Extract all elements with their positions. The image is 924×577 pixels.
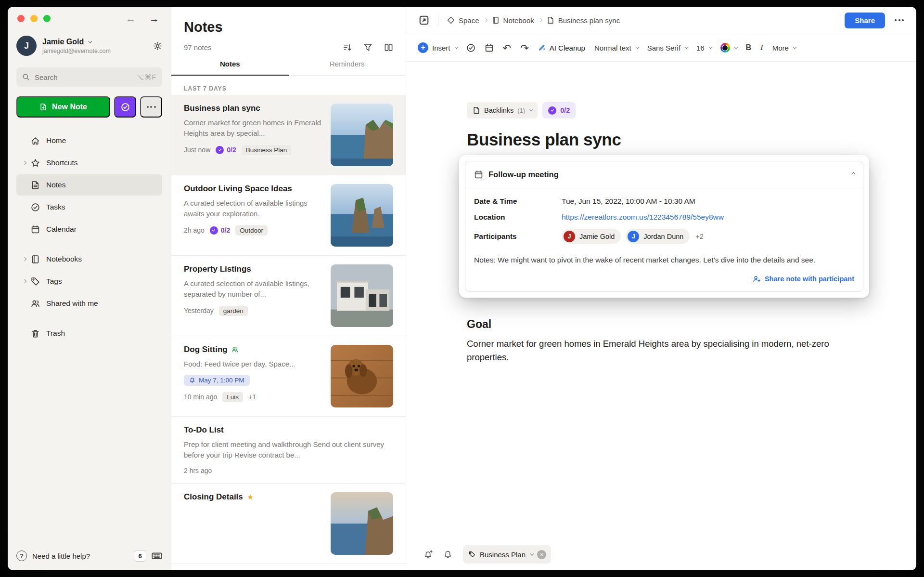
new-task-button[interactable] [114,96,136,118]
minimize-window-button[interactable] [30,15,38,22]
help-label[interactable]: Need a little help? [32,552,90,560]
note-tag-extra[interactable]: +1 [248,393,256,401]
close-window-button[interactable] [17,15,25,22]
sidebar-item-tags[interactable]: Tags [16,271,162,292]
chevron-right-icon[interactable] [23,161,26,165]
editor-body: Backlinks (1) 0/2 Business plan sync [406,62,916,570]
meeting-link[interactable]: https://zereatlors.zoom.us/1223456789/55… [562,213,724,222]
sidebar-item-calendar[interactable]: Calendar [16,219,162,240]
sidebar-item-trash[interactable]: Trash [16,323,162,344]
note-tag[interactable]: garden [219,306,248,316]
goal-body[interactable]: Corner market for green homes in Emerald… [467,337,852,364]
share-button[interactable]: Share [845,13,885,28]
note-time: Yesterday [184,307,214,315]
sidebar-item-shared-with-me[interactable]: Shared with me [16,293,162,314]
text-style-dropdown[interactable]: Normal text [594,44,638,52]
font-size-dropdown[interactable]: 16 [696,44,711,52]
account-row[interactable]: J Jamie Gold jamiegold@evernote.com [16,36,162,56]
breadcrumb-space[interactable]: Space [447,16,479,25]
sidebar-item-tasks[interactable]: Tasks [16,197,162,218]
expand-note-icon[interactable] [419,15,429,26]
insert-dropdown[interactable]: + Insert [418,42,457,53]
italic-button[interactable]: I [760,43,763,52]
sidebar-item-home[interactable]: Home [16,130,162,151]
search-placeholder: Search [35,73,58,81]
ai-cleanup-icon [538,44,546,52]
note-card-outdoor-living[interactable]: Outdoor Living Space Ideas A curated sel… [171,175,406,256]
participants-extra-count[interactable]: +2 [695,233,704,240]
note-title: Dog Sitting [184,345,228,354]
undo-icon[interactable] [503,43,512,53]
note-more-options-icon[interactable] [895,19,904,21]
star-icon [247,494,254,500]
check-circle-icon [31,203,40,212]
tab-notes[interactable]: Notes [171,60,289,76]
collapse-chevron-icon[interactable] [851,172,855,176]
sidebar-item-notes[interactable]: Notes [16,174,162,196]
participant-chip[interactable]: J Jordan Dunn [626,229,690,244]
font-family-dropdown[interactable]: Sans Serif [647,44,687,52]
insert-task-icon[interactable] [466,43,475,52]
search-input[interactable]: Search ⌥⌘F [16,67,162,87]
notebook-icon [31,255,40,264]
note-time: 10 min ago [184,393,217,401]
note-card-closing-details[interactable]: Closing Details [171,484,406,564]
meeting-card-spotlight: Follow-up meeting Date & Time Tue, Jun 1… [459,155,869,298]
remove-tag-icon[interactable]: × [537,550,546,559]
new-note-button[interactable]: New Note [16,96,110,118]
note-tag[interactable]: Outdoor [235,225,268,236]
keyboard-shortcuts-icon[interactable] [152,551,162,561]
backlinks-chip[interactable]: Backlinks (1) [467,102,538,118]
note-card-dog-sitting[interactable]: Dog Sitting Food: Feed twice per day. Sp… [171,336,406,417]
sort-icon[interactable] [343,43,352,52]
meeting-card-header[interactable]: Follow-up meeting [465,161,863,188]
note-tag[interactable]: Luis [222,392,243,402]
chevron-down-icon [734,45,738,49]
filter-icon[interactable] [363,43,372,52]
insert-calendar-icon[interactable] [485,43,494,52]
chevron-right-icon[interactable] [23,279,26,283]
bell-plus-icon[interactable] [424,550,433,559]
note-title[interactable]: Business plan sync [467,130,916,149]
participant-chip[interactable]: J Jamie Gold [562,229,621,244]
user-name: Jamie Gold [42,38,84,46]
ai-cleanup-button[interactable]: AI Cleanup [538,44,585,52]
gear-icon[interactable] [153,41,162,51]
share-note-with-participant-link[interactable]: Share note with participant [753,275,854,283]
reminder-pill[interactable]: May 7, 1:00 PM [184,375,250,386]
note-tag[interactable]: Business Plan [242,145,292,155]
help-icon[interactable]: ? [16,551,27,561]
breadcrumb-notebook[interactable]: Notebook [492,16,534,25]
text-color-dropdown[interactable] [720,43,737,52]
layout-columns-icon[interactable] [384,43,393,52]
forward-arrow-icon[interactable]: → [149,13,159,24]
sidebar-item-shortcuts[interactable]: Shortcuts [16,152,162,173]
zoom-window-button[interactable] [43,15,51,22]
sidebar-more-button[interactable] [140,96,162,118]
note-time: 2 hrs ago [184,467,212,474]
trial-days-badge[interactable]: 6 [134,550,146,562]
note-thumbnail-coast [331,492,393,555]
note-card-business-plan-sync[interactable]: Business plan sync Corner market for gre… [171,95,406,175]
bell-icon[interactable] [443,550,452,559]
note-snippet: Food: Feed twice per day. Space... [184,359,323,369]
note-card-to-do-list[interactable]: To-Do List Prep for client meeting and w… [171,417,406,484]
goal-heading[interactable]: Goal [467,318,916,331]
chevron-down-icon [635,45,639,49]
user-email: jamiegold@evernote.com [42,48,111,54]
task-progress-chip[interactable]: 0/2 [542,102,576,118]
note-card-property-listings[interactable]: Property Listings A curated selection of… [171,256,406,336]
chevron-right-icon[interactable] [23,257,26,261]
breadcrumb-note[interactable]: Business plan sync [547,16,620,25]
star-icon [31,158,40,168]
back-arrow-icon[interactable]: ← [126,13,136,24]
chevron-down-icon [793,45,796,49]
sidebar-item-notebooks[interactable]: Notebooks [16,249,162,270]
more-formatting-dropdown[interactable]: More [772,44,796,52]
tab-reminders[interactable]: Reminders [289,60,406,75]
redo-icon[interactable] [520,43,529,53]
bell-icon [189,377,195,383]
bold-button[interactable]: B [746,43,752,52]
check-circle-icon [210,226,218,235]
note-tag-chip[interactable]: Business Plan × [463,545,551,564]
